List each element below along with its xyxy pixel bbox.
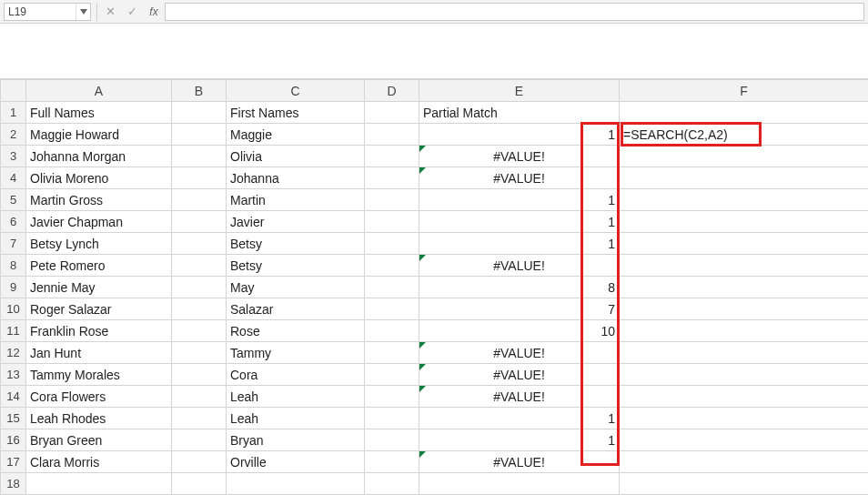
cell-D9[interactable]: [365, 277, 419, 298]
cell-E18[interactable]: [419, 473, 620, 495]
name-box-dropdown[interactable]: [76, 4, 90, 20]
col-header-F[interactable]: F: [620, 80, 869, 102]
cell-A18[interactable]: [26, 473, 172, 495]
cell-B10[interactable]: [172, 298, 227, 320]
cell-F16[interactable]: [620, 429, 869, 451]
row-header[interactable]: 13: [1, 364, 26, 386]
cell-A11[interactable]: Franklin Rose: [26, 320, 172, 342]
cell-F7[interactable]: [620, 233, 869, 255]
row-header[interactable]: 2: [1, 124, 26, 146]
cell-C17[interactable]: Orville: [227, 451, 365, 473]
row-header[interactable]: 1: [1, 102, 26, 124]
cell-F13[interactable]: [620, 364, 869, 386]
cell-D12[interactable]: [365, 342, 419, 364]
row-header[interactable]: 5: [1, 189, 26, 211]
row-header[interactable]: 17: [1, 451, 26, 473]
cell-F17[interactable]: [620, 451, 869, 473]
cell-E11[interactable]: 10: [419, 320, 620, 342]
cell-A10[interactable]: Roger Salazar: [26, 298, 172, 320]
cell-E5[interactable]: 1: [419, 189, 620, 211]
cell-B13[interactable]: [172, 364, 227, 386]
cell-D11[interactable]: [365, 320, 419, 342]
cell-B5[interactable]: [172, 189, 227, 211]
cell-C5[interactable]: Martin: [227, 189, 365, 211]
cell-D4[interactable]: [365, 167, 419, 189]
cell-A15[interactable]: Leah Rhodes: [26, 408, 172, 429]
row-header[interactable]: 6: [1, 211, 26, 233]
cell-F6[interactable]: [620, 211, 869, 233]
cell-C1[interactable]: First Names: [227, 102, 365, 124]
cell-E3[interactable]: #VALUE!: [419, 146, 620, 167]
cell-C4[interactable]: Johanna: [227, 167, 365, 189]
cell-C15[interactable]: Leah: [227, 408, 365, 429]
spreadsheet-table[interactable]: A B C D E F 1Full NamesFirst NamesPartia…: [0, 79, 868, 495]
cell-C10[interactable]: Salazar: [227, 298, 365, 320]
cell-E17[interactable]: #VALUE!: [419, 451, 620, 473]
row-header[interactable]: 11: [1, 320, 26, 342]
cell-F15[interactable]: [620, 408, 869, 429]
cell-E9[interactable]: 8: [419, 277, 620, 298]
cell-B12[interactable]: [172, 342, 227, 364]
cell-F18[interactable]: [620, 473, 869, 495]
cell-D1[interactable]: [365, 102, 419, 124]
enter-button[interactable]: ✓: [121, 3, 143, 21]
cell-B4[interactable]: [172, 167, 227, 189]
col-header-D[interactable]: D: [365, 80, 419, 102]
cell-B14[interactable]: [172, 386, 227, 408]
cell-A17[interactable]: Clara Morris: [26, 451, 172, 473]
col-header-B[interactable]: B: [172, 80, 227, 102]
cell-E1[interactable]: Partial Match: [419, 102, 620, 124]
row-header[interactable]: 9: [1, 277, 26, 298]
cell-A13[interactable]: Tammy Morales: [26, 364, 172, 386]
cell-D13[interactable]: [365, 364, 419, 386]
cell-A8[interactable]: Pete Romero: [26, 255, 172, 277]
cell-F1[interactable]: [620, 102, 869, 124]
cell-F5[interactable]: [620, 189, 869, 211]
cell-F2[interactable]: =SEARCH(C2,A2): [620, 124, 869, 146]
cell-B16[interactable]: [172, 429, 227, 451]
cell-A14[interactable]: Cora Flowers: [26, 386, 172, 408]
row-header[interactable]: 10: [1, 298, 26, 320]
cell-C14[interactable]: Leah: [227, 386, 365, 408]
formula-input[interactable]: [166, 4, 863, 20]
cell-A1[interactable]: Full Names: [26, 102, 172, 124]
cell-F4[interactable]: [620, 167, 869, 189]
cell-A3[interactable]: Johanna Morgan: [26, 146, 172, 167]
cell-A5[interactable]: Martin Gross: [26, 189, 172, 211]
cell-D17[interactable]: [365, 451, 419, 473]
cell-B15[interactable]: [172, 408, 227, 429]
cell-C18[interactable]: [227, 473, 365, 495]
cell-E7[interactable]: 1: [419, 233, 620, 255]
cell-D3[interactable]: [365, 146, 419, 167]
cell-D10[interactable]: [365, 298, 419, 320]
row-header[interactable]: 4: [1, 167, 26, 189]
cell-A9[interactable]: Jennie May: [26, 277, 172, 298]
row-header[interactable]: 8: [1, 255, 26, 277]
cell-C6[interactable]: Javier: [227, 211, 365, 233]
col-header-C[interactable]: C: [227, 80, 365, 102]
cell-E10[interactable]: 7: [419, 298, 620, 320]
cell-F3[interactable]: [620, 146, 869, 167]
cell-E4[interactable]: #VALUE!: [419, 167, 620, 189]
cell-F14[interactable]: [620, 386, 869, 408]
cell-D5[interactable]: [365, 189, 419, 211]
cell-B9[interactable]: [172, 277, 227, 298]
cell-D18[interactable]: [365, 473, 419, 495]
name-box[interactable]: [5, 4, 76, 20]
cell-E15[interactable]: 1: [419, 408, 620, 429]
cell-D6[interactable]: [365, 211, 419, 233]
cell-A6[interactable]: Javier Chapman: [26, 211, 172, 233]
cell-E6[interactable]: 1: [419, 211, 620, 233]
cell-E2[interactable]: 1: [419, 124, 620, 146]
row-header[interactable]: 14: [1, 386, 26, 408]
cell-F10[interactable]: [620, 298, 869, 320]
cell-A4[interactable]: Olivia Moreno: [26, 167, 172, 189]
cell-F8[interactable]: [620, 255, 869, 277]
cell-E12[interactable]: #VALUE!: [419, 342, 620, 364]
cell-B7[interactable]: [172, 233, 227, 255]
cell-E16[interactable]: 1: [419, 429, 620, 451]
row-header[interactable]: 16: [1, 429, 26, 451]
cell-A2[interactable]: Maggie Howard: [26, 124, 172, 146]
col-header-E[interactable]: E: [419, 80, 620, 102]
cell-C8[interactable]: Betsy: [227, 255, 365, 277]
